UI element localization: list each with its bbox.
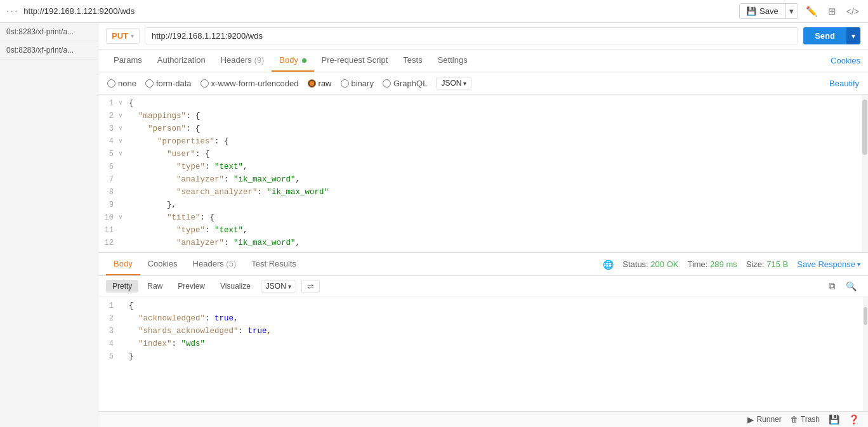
response-tabs-row: Body Cookies Headers (5) Test Results 🌐 … bbox=[98, 253, 868, 276]
send-dropdown-button[interactable]: ▾ bbox=[846, 27, 860, 44]
send-button-group: Send ▾ bbox=[803, 27, 860, 44]
save-button-group: 💾 Save ▾ bbox=[739, 3, 798, 19]
code-line-10: 10 ∨ "title": { bbox=[98, 211, 860, 224]
fmt-tab-preview[interactable]: Preview bbox=[171, 280, 211, 292]
runner-icon: ▶ bbox=[747, 415, 754, 424]
wrap-icon-btn[interactable]: ⇌ bbox=[301, 280, 320, 293]
method-selector[interactable]: PUT ▾ bbox=[106, 28, 140, 44]
method-url-row: PUT ▾ Send ▾ bbox=[98, 23, 868, 49]
resp-line-4: 4 "index": "wds" bbox=[98, 338, 860, 350]
code-icon-btn[interactable]: </> bbox=[844, 5, 862, 18]
copy-icon-btn[interactable]: ⧉ bbox=[825, 279, 839, 293]
code-line-5: 5 ∨ "user": { bbox=[98, 148, 860, 161]
response-code: 1 { 2 "acknowledged": true, bbox=[98, 297, 860, 365]
dot-menu[interactable]: ··· bbox=[6, 6, 18, 17]
code-line-4: 4 ∨ "properties": { bbox=[98, 135, 860, 148]
right-content: PUT ▾ Send ▾ Params Authorization Header… bbox=[98, 23, 868, 427]
json-type-selector[interactable]: JSON▾ bbox=[436, 77, 471, 89]
fmt-tab-pretty[interactable]: Pretty bbox=[106, 280, 138, 292]
edit-icon-btn[interactable]: ✏️ bbox=[803, 4, 820, 18]
trash-button[interactable]: 🗑 Trash bbox=[791, 415, 820, 424]
resp-line-3: 3 "shards_acknowledged": true, bbox=[98, 325, 860, 338]
opt-formdata[interactable]: form-data bbox=[145, 79, 192, 88]
tab-settings[interactable]: Settings bbox=[430, 49, 475, 72]
beautify-button[interactable]: Beautify bbox=[829, 79, 859, 88]
save-button[interactable]: 💾 Save bbox=[740, 4, 785, 18]
code-line-8: 8 "search_analyzer": "ik_max_word" bbox=[98, 186, 860, 199]
editor-scrollbar[interactable] bbox=[862, 95, 868, 252]
resp-line-2: 2 "acknowledged": true, bbox=[98, 312, 860, 325]
send-button[interactable]: Send bbox=[803, 27, 846, 44]
save-response-button[interactable]: Save Response▾ bbox=[797, 259, 860, 269]
method-label: PUT bbox=[112, 31, 128, 41]
code-line-12: 12 "analyzer": "ik_max_word", bbox=[98, 237, 860, 249]
tab-headers[interactable]: Headers (9) bbox=[213, 49, 272, 72]
opt-none[interactable]: none bbox=[107, 79, 136, 88]
resp-json-selector[interactable]: JSON▾ bbox=[261, 280, 296, 292]
tab-tests[interactable]: Tests bbox=[395, 49, 430, 72]
footer: ▶ Runner 🗑 Trash 💾 ❓ bbox=[98, 411, 868, 427]
opt-urlencoded[interactable]: x-www-form-urlencoded bbox=[201, 79, 299, 88]
tab-prerequest[interactable]: Pre-request Script bbox=[314, 49, 396, 72]
resp-tab-cookies[interactable]: Cookies bbox=[140, 253, 185, 275]
sidebar-item-2[interactable]: 0st:8283/xf-print/a... bbox=[0, 41, 98, 60]
left-sidebar: 0st:8283/xf-print/a... 0st:8283/xf-print… bbox=[0, 23, 98, 427]
response-section: Body Cookies Headers (5) Test Results 🌐 … bbox=[98, 253, 868, 411]
code-line-6: 6 "type": "text", bbox=[98, 161, 860, 173]
request-editor[interactable]: 1 ∨ { 2 ∨ "mappings": { 3 bbox=[98, 95, 868, 253]
code-line-11: 11 "type": "text", bbox=[98, 224, 860, 237]
cookies-link[interactable]: Cookies bbox=[831, 50, 860, 71]
code-line-7: 7 "analyzer": "ik_max_word", bbox=[98, 173, 860, 186]
grid-icon-btn[interactable]: ⊞ bbox=[825, 4, 839, 18]
tab-params[interactable]: Params bbox=[106, 49, 150, 72]
request-tabs-row: Params Authorization Headers (9) Body Pr… bbox=[98, 49, 868, 72]
code-line-13: 13 "search_analyzer": "ik_max_word" bbox=[98, 249, 860, 252]
resp-tab-testresults[interactable]: Test Results bbox=[244, 253, 304, 275]
globe-icon: 🌐 bbox=[603, 259, 614, 270]
trash-icon: 🗑 bbox=[791, 415, 798, 424]
resp-tab-headers[interactable]: Headers (5) bbox=[185, 253, 244, 275]
resp-line-5: 5 } bbox=[98, 350, 860, 363]
response-editor[interactable]: 1 { 2 "acknowledged": true, bbox=[98, 297, 868, 411]
save-icon-footer[interactable]: 💾 bbox=[829, 414, 839, 424]
search-icon-btn[interactable]: 🔍 bbox=[842, 280, 860, 292]
response-status-bar: 🌐 Status: 200 OK Time: 289 ms Size: 715 … bbox=[603, 259, 860, 270]
resp-tab-body[interactable]: Body bbox=[106, 253, 140, 275]
code-line-1: 1 ∨ { bbox=[98, 97, 860, 110]
time-label: Time: 289 ms bbox=[687, 259, 737, 269]
sidebar-item-1[interactable]: 0st:8283/xf-print/a... bbox=[0, 23, 98, 41]
resp-line-1: 1 { bbox=[98, 299, 860, 312]
save-icon: 💾 bbox=[746, 6, 756, 16]
code-line-3: 3 ∨ "person": { bbox=[98, 122, 860, 135]
opt-graphql[interactable]: GraphQL bbox=[383, 79, 427, 88]
status-label: Status: 200 OK bbox=[622, 259, 678, 269]
save-dropdown-btn[interactable]: ▾ bbox=[785, 4, 798, 18]
opt-binary[interactable]: binary bbox=[341, 79, 374, 88]
top-url-bar: ··· http://192.168.1.121:9200/wds 💾 Save… bbox=[0, 0, 868, 23]
editor-code: 1 ∨ { 2 ∨ "mappings": { 3 bbox=[98, 95, 860, 252]
size-label: Size: 715 B bbox=[746, 259, 789, 269]
tab-body[interactable]: Body bbox=[272, 49, 313, 72]
opt-raw[interactable]: raw bbox=[308, 79, 332, 88]
url-input[interactable] bbox=[145, 27, 798, 44]
runner-button[interactable]: ▶ Runner bbox=[747, 415, 781, 424]
code-line-2: 2 ∨ "mappings": { bbox=[98, 110, 860, 122]
fmt-tab-raw[interactable]: Raw bbox=[141, 280, 169, 292]
method-arrow: ▾ bbox=[131, 32, 134, 39]
help-icon-footer[interactable]: ❓ bbox=[848, 414, 859, 424]
body-options-row: none form-data x-www-form-urlencoded raw… bbox=[98, 72, 868, 95]
tab-authorization[interactable]: Authorization bbox=[150, 49, 213, 72]
code-line-9: 9 }, bbox=[98, 199, 860, 211]
top-bar-url: http://192.168.1.121:9200/wds bbox=[23, 6, 734, 16]
response-scrollbar[interactable] bbox=[863, 297, 868, 411]
fmt-tab-visualize[interactable]: Visualize bbox=[214, 280, 257, 292]
response-format-row: Pretty Raw Preview Visualize JSON▾ ⇌ ⧉ 🔍 bbox=[98, 276, 868, 297]
